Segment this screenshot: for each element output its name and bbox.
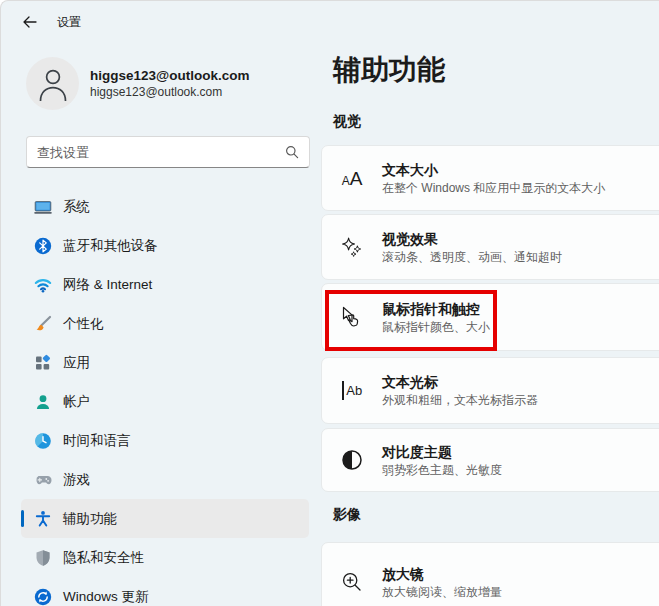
sidebar-item-label: 隐私和安全性 [63, 549, 144, 567]
search-input[interactable] [37, 145, 285, 160]
sidebar-item-label: 蓝牙和其他设备 [63, 237, 158, 255]
system-icon [34, 198, 52, 216]
profile-section[interactable]: higgse123@outlook.com higgse123@outlook.… [26, 57, 249, 110]
titlebar: 设置 [21, 13, 81, 31]
visual-effects-icon [339, 234, 365, 260]
network-icon [34, 276, 52, 294]
gaming-icon [34, 471, 52, 489]
personalization-icon [34, 315, 52, 333]
sidebar-item-label: 应用 [63, 354, 90, 372]
card-subtitle: 外观和粗细，文本光标指示器 [382, 392, 538, 409]
bluetooth-icon [34, 237, 52, 255]
accounts-icon [34, 393, 52, 411]
sidebar-item-bluetooth[interactable]: 蓝牙和其他设备 [21, 226, 309, 265]
profile-email: higgse123@outlook.com [90, 84, 249, 100]
privacy-icon [34, 549, 52, 567]
card-subtitle: 放大镜阅读、缩放增量 [382, 584, 502, 601]
sidebar-item-label: 个性化 [63, 315, 104, 333]
card-title: 放大镜 [382, 564, 502, 584]
sidebar-item-apps[interactable]: 应用 [21, 343, 309, 382]
person-icon [38, 66, 68, 102]
sidebar-item-privacy[interactable]: 隐私和安全性 [21, 538, 309, 577]
sidebar-item-time-language[interactable]: 时间和语言 [21, 421, 309, 460]
profile-name: higgse123@outlook.com [90, 67, 249, 84]
sidebar-item-accounts[interactable]: 帐户 [21, 382, 309, 421]
time-language-icon [34, 432, 52, 450]
card-title: 文本光标 [382, 372, 538, 392]
sidebar-item-personalization[interactable]: 个性化 [21, 304, 309, 343]
sidebar-item-accessibility[interactable]: 辅助功能 [21, 499, 309, 538]
card-title: 对比度主题 [382, 442, 502, 462]
card-title: 视觉效果 [382, 229, 562, 249]
sidebar-item-network[interactable]: 网络 & Internet [21, 265, 309, 304]
avatar [26, 57, 79, 110]
card-visual-effects[interactable]: 视觉效果 滚动条、透明度、动画、通知超时 [321, 214, 659, 280]
profile-text: higgse123@outlook.com higgse123@outlook.… [90, 67, 249, 100]
card-subtitle: 弱势彩色主题、光敏度 [382, 462, 502, 479]
section-heading-vision: 视觉 [333, 113, 361, 131]
sidebar-item-label: 游戏 [63, 471, 90, 489]
card-text-size[interactable]: AA 文本大小 在整个 Windows 和应用中显示的文本大小 [321, 145, 659, 211]
mouse-pointer-icon [339, 304, 365, 330]
apps-icon [34, 354, 52, 372]
card-subtitle: 鼠标指针颜色、大小 [382, 319, 490, 336]
card-subtitle: 滚动条、透明度、动画、通知超时 [382, 249, 562, 266]
section-heading-imaging: 影像 [333, 506, 361, 524]
back-button[interactable] [21, 13, 39, 31]
magnifier-icon [339, 569, 365, 595]
sidebar-item-windows-update[interactable]: Windows 更新 [21, 577, 309, 606]
sidebar-item-label: 帐户 [63, 393, 90, 411]
sidebar-item-label: 时间和语言 [63, 432, 131, 450]
card-text-cursor[interactable]: Ab 文本光标 外观和粗细，文本光标指示器 [321, 357, 659, 424]
card-title: 文本大小 [382, 160, 605, 180]
windows-update-icon [34, 588, 52, 606]
sidebar-item-label: 辅助功能 [63, 510, 117, 528]
text-size-icon: AA [339, 165, 365, 191]
sidebar-item-gaming[interactable]: 游戏 [21, 460, 309, 499]
sidebar-item-label: 系统 [63, 198, 90, 216]
sidebar-item-system[interactable]: 系统 [21, 187, 309, 226]
settings-window: 设置 higgse123@outlook.com higgse123@outlo… [0, 0, 659, 606]
card-subtitle: 在整个 Windows 和应用中显示的文本大小 [382, 180, 605, 197]
sidebar-nav: 系统 蓝牙和其他设备 网络 & Internet 个性化 应用 帐户 时间和语言 [21, 187, 309, 606]
page-title: 辅助功能 [333, 51, 445, 89]
accessibility-icon [34, 510, 52, 528]
sidebar-item-label: Windows 更新 [63, 588, 149, 606]
card-contrast-themes[interactable]: 对比度主题 弱势彩色主题、光敏度 [321, 428, 659, 492]
app-title: 设置 [57, 14, 81, 31]
sidebar-item-label: 网络 & Internet [63, 276, 152, 294]
text-cursor-icon: Ab [339, 378, 365, 404]
contrast-icon [339, 447, 365, 473]
card-mouse-pointer-touch[interactable]: 鼠标指针和触控 鼠标指针颜色、大小 [321, 283, 659, 351]
selected-indicator [21, 510, 24, 527]
card-title: 鼠标指针和触控 [382, 299, 490, 319]
search-icon [285, 145, 299, 159]
card-magnifier[interactable]: 放大镜 放大镜阅读、缩放增量 [321, 542, 659, 606]
arrow-left-icon [22, 14, 38, 30]
search-box[interactable] [26, 136, 310, 168]
